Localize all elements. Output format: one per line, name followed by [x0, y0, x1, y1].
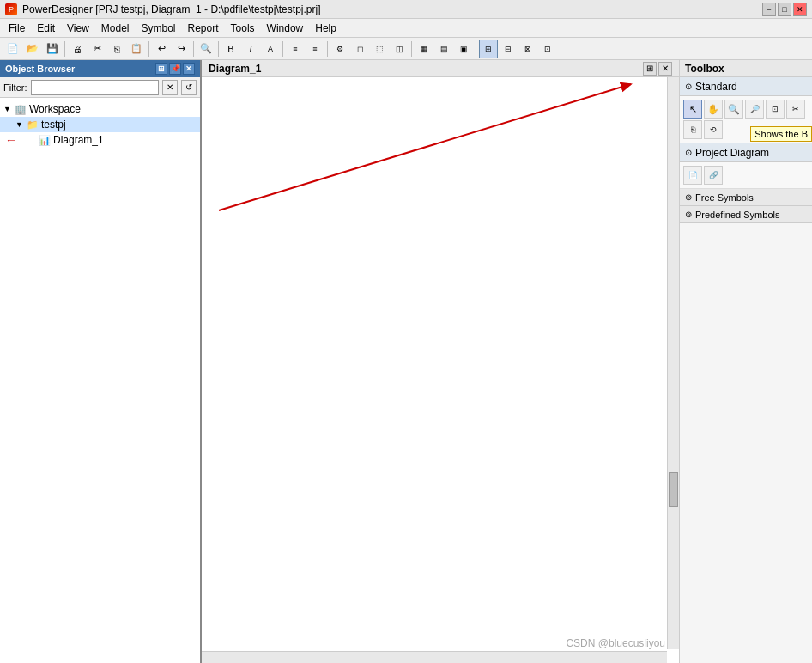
canvas-scrollbar-vertical[interactable]	[667, 77, 679, 649]
menu-tools[interactable]: Tools	[226, 21, 260, 36]
toolbox-project-header[interactable]: ⊙ Project Diagram	[680, 143, 812, 162]
diagram-canvas[interactable]: CSDN @bluecusliyou	[202, 77, 679, 663]
object-browser-title: Object Browser	[5, 64, 75, 74]
menu-symbol[interactable]: Symbol	[136, 21, 181, 36]
diagram-panel: Diagram_1 ⊞ ✕ CS	[202, 60, 679, 663]
maximize-button[interactable]: □	[778, 3, 791, 16]
tb-tb2[interactable]: ⊟	[499, 40, 518, 58]
tb-save[interactable]: 💾	[43, 40, 62, 58]
title-bar-left: P PowerDesigner [PRJ testpj, Diagram_1 -…	[5, 3, 320, 15]
object-browser-panel: Object Browser ⊞ 📌 ✕ Filter: ✕ ↺ ▼ 🏢 Wor…	[0, 60, 202, 663]
project-expander[interactable]: ▼	[15, 120, 24, 129]
toolbox-predefined-header[interactable]: ⊚ Predefined Symbols	[680, 206, 812, 223]
toolbox-panel: Toolbox Shows the B ⊙ Standard ↖ ✋ 🔍 🔎 ⊡…	[679, 60, 812, 663]
tb-align-center[interactable]: ≡	[306, 40, 324, 58]
tool-zoom-in[interactable]: 🔍	[724, 100, 743, 119]
tree-item-project[interactable]: ▼ 📁 testpj	[0, 117, 200, 132]
tb-sep3	[193, 41, 194, 57]
canvas-red-arrow	[202, 77, 679, 663]
diagram-header-buttons: ⊞ ✕	[643, 62, 672, 76]
tb-color[interactable]: A	[261, 40, 280, 58]
menu-model[interactable]: Model	[96, 21, 135, 36]
tb-view2[interactable]: ▤	[434, 40, 453, 58]
standard-label: Standard	[695, 81, 737, 93]
tree-item-diagram[interactable]: 📊 Diagram_1 ←	[0, 132, 200, 148]
toolbox-project-tools: 📄 🔗	[680, 162, 812, 189]
menu-report[interactable]: Report	[183, 21, 224, 36]
tb-undo[interactable]: ↩	[152, 40, 171, 58]
tool-link[interactable]: 🔗	[704, 166, 723, 185]
tb-extra4[interactable]: ◫	[390, 40, 409, 58]
panel-close-btn[interactable]: ✕	[183, 63, 195, 75]
tb-tb3[interactable]: ⊠	[518, 40, 537, 58]
menu-window[interactable]: Window	[262, 21, 309, 36]
tb-align-left[interactable]: ≡	[286, 40, 305, 58]
tb-sep2	[148, 41, 149, 57]
tb-extra2[interactable]: ◻	[350, 40, 369, 58]
panel-pin-btn[interactable]: 📌	[169, 63, 181, 75]
menu-file[interactable]: File	[3, 21, 30, 36]
tb-bold[interactable]: B	[221, 40, 240, 58]
tb-view3[interactable]: ▣	[454, 40, 473, 58]
tool-zoom-out[interactable]: 🔎	[745, 100, 764, 119]
project-label: testpj	[41, 119, 66, 131]
tb-paste[interactable]: 📋	[127, 40, 146, 58]
tool-new-item[interactable]: 📄	[683, 166, 702, 185]
menu-view[interactable]: View	[62, 21, 94, 36]
tb-extra1[interactable]: ⚙	[330, 40, 349, 58]
tb-sep4	[218, 41, 219, 57]
workspace-expander[interactable]: ▼	[3, 105, 12, 113]
toolbox-tooltip: Shows the B	[750, 126, 812, 142]
tb-find[interactable]: 🔍	[197, 40, 215, 58]
tool-paste[interactable]: ⟲	[704, 120, 723, 139]
tb-italic[interactable]: I	[241, 40, 260, 58]
panel-float-btn[interactable]: ⊞	[155, 63, 167, 75]
canvas-scrollbar-horizontal[interactable]	[202, 651, 667, 663]
tool-pointer[interactable]: ↖	[683, 100, 702, 119]
toolbox-title: Toolbox	[685, 63, 724, 75]
tb-extra3[interactable]: ⬚	[370, 40, 389, 58]
toolbox-free-symbols-header[interactable]: ⊚ Free Symbols	[680, 189, 812, 206]
panel-header-buttons: ⊞ 📌 ✕	[155, 63, 195, 75]
scrollbar-thumb-vertical[interactable]	[669, 472, 678, 507]
close-button[interactable]: ✕	[793, 3, 807, 16]
tb-sep1	[64, 41, 65, 57]
object-browser-header: Object Browser ⊞ 📌 ✕	[0, 60, 200, 77]
project-collapse-icon: ⊙	[685, 148, 692, 157]
menu-help[interactable]: Help	[310, 21, 342, 36]
tool-copy[interactable]: ⎘	[683, 120, 702, 139]
filter-input[interactable]	[31, 80, 160, 95]
title-bar: P PowerDesigner [PRJ testpj, Diagram_1 -…	[0, 0, 812, 19]
tb-copy[interactable]: ⎘	[107, 40, 126, 58]
diagram-float-btn[interactable]: ⊞	[643, 62, 657, 76]
tb-redo[interactable]: ↪	[172, 40, 191, 58]
filter-refresh-btn[interactable]: ↺	[181, 80, 197, 95]
tool-cut[interactable]: ✂	[786, 100, 805, 119]
workspace-icon: 🏢	[14, 102, 27, 116]
tb-tb4[interactable]: ⊡	[538, 40, 557, 58]
tb-view1[interactable]: ▦	[415, 40, 433, 58]
tool-fit[interactable]: ⊡	[766, 100, 785, 119]
toolbox-standard-header[interactable]: ⊙ Standard	[680, 77, 812, 96]
tool-hand[interactable]: ✋	[704, 100, 723, 119]
tb-tb1[interactable]: ⊞	[479, 40, 498, 58]
menu-bar: File Edit View Model Symbol Report Tools…	[0, 19, 812, 38]
diagram-icon: 📊	[38, 133, 52, 147]
window-title: PowerDesigner [PRJ testpj, Diagram_1 - D…	[22, 3, 320, 15]
minimize-button[interactable]: −	[762, 3, 776, 16]
tb-cut[interactable]: ✂	[88, 40, 106, 58]
tree-item-workspace[interactable]: ▼ 🏢 Workspace	[0, 101, 200, 117]
tb-sep6	[327, 41, 328, 57]
diagram-header: Diagram_1 ⊞ ✕	[202, 60, 679, 77]
object-browser-tree: ▼ 🏢 Workspace ▼ 📁 testpj 📊 Diagram_1 ←	[0, 98, 200, 663]
diagram-label: Diagram_1	[53, 134, 104, 146]
filter-clear-btn[interactable]: ✕	[162, 80, 178, 95]
filter-label: Filter:	[3, 82, 27, 93]
main-layout: Object Browser ⊞ 📌 ✕ Filter: ✕ ↺ ▼ 🏢 Wor…	[0, 60, 812, 663]
main-toolbar: 📄 📂 💾 🖨 ✂ ⎘ 📋 ↩ ↪ 🔍 B I A ≡ ≡ ⚙ ◻ ⬚ ◫ ▦ …	[0, 38, 812, 60]
tb-new[interactable]: 📄	[3, 40, 22, 58]
menu-edit[interactable]: Edit	[32, 21, 60, 36]
tb-print[interactable]: 🖨	[68, 40, 87, 58]
diagram-close-btn[interactable]: ✕	[658, 62, 672, 76]
tb-open[interactable]: 📂	[23, 40, 42, 58]
